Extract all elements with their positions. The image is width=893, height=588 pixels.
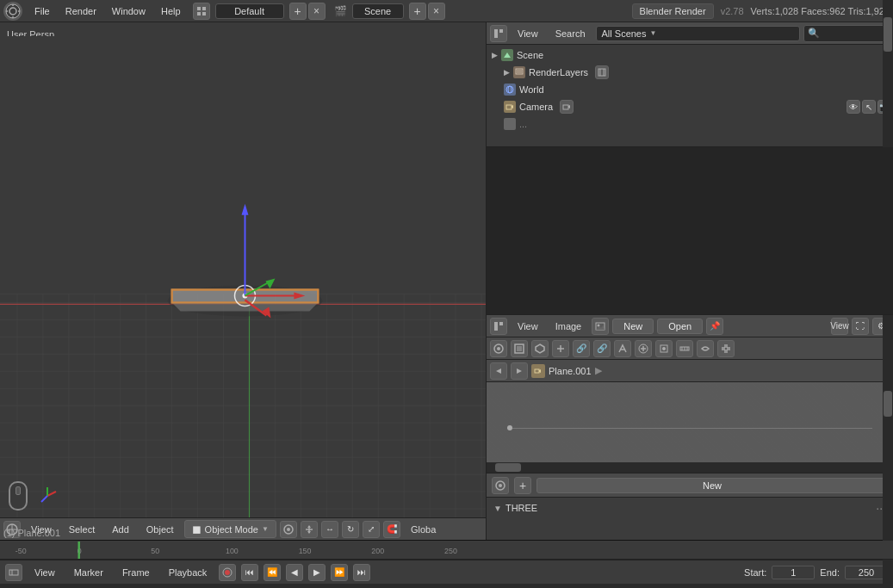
end-frame-input[interactable]: [845, 566, 888, 579]
content-row: User Persp: [0, 22, 893, 540]
transform-icon-scale[interactable]: ⤢: [363, 521, 380, 538]
uv-tool-4[interactable]: [552, 340, 569, 357]
uv-new-button[interactable]: New: [612, 319, 654, 334]
uv-tool-3[interactable]: [531, 340, 549, 357]
uv-tool-7[interactable]: [614, 340, 631, 357]
svg-rect-7: [202, 7, 206, 10]
canvas-line: [507, 428, 873, 429]
transform-icon-rotate[interactable]: ↻: [342, 521, 359, 538]
uv-new-material-button[interactable]: New: [536, 478, 888, 493]
viewport-add-menu[interactable]: Add: [105, 523, 136, 536]
outliner-item-camera[interactable]: Camera 👁 ↖ 📷: [488, 98, 891, 115]
uv-back-icon[interactable]: [490, 362, 507, 380]
viewport-object-menu[interactable]: Object: [140, 523, 181, 536]
mode-selector[interactable]: ◼ Object Mode ▼: [184, 520, 276, 538]
canvas-scrollbar-h-thumb: [495, 463, 521, 472]
outliner-scrollbar[interactable]: [883, 45, 893, 146]
uv-breadcrumb-icon: [531, 364, 545, 378]
outliner-search-menu[interactable]: Search: [549, 27, 592, 40]
uv-panel-icon[interactable]: [490, 318, 507, 335]
menu-help[interactable]: Help: [154, 4, 188, 18]
scene-add-icon[interactable]: +: [409, 3, 426, 20]
timeline-record-icon[interactable]: [219, 564, 236, 581]
timeline-jump-end-icon[interactable]: ⏭: [353, 564, 370, 581]
svg-point-0: [6, 4, 20, 18]
uv-open-button[interactable]: Open: [657, 319, 703, 334]
three-section-header[interactable]: ▼ THREE ···: [487, 498, 893, 518]
uv-image-icon[interactable]: [592, 318, 609, 335]
uv-forward-icon[interactable]: [511, 362, 528, 380]
uv-tool-5[interactable]: 🔗: [573, 340, 590, 357]
pointer-icon[interactable]: ↖: [862, 100, 876, 114]
timeline-playback-menu[interactable]: Playback: [162, 566, 214, 579]
workspace-selector[interactable]: Default: [215, 3, 284, 19]
render-engine-selector[interactable]: Blender Render: [632, 3, 714, 19]
uv-bottom-icon[interactable]: [492, 477, 509, 494]
timeline-panel-icon[interactable]: [5, 564, 22, 581]
svg-rect-81: [506, 105, 512, 109]
workspace-grid-icon[interactable]: [193, 3, 210, 20]
visibility-icon[interactable]: 👁: [846, 100, 860, 114]
timeline-play-reverse-icon[interactable]: ◀: [286, 564, 303, 581]
outliner-item-extra[interactable]: ...: [488, 115, 891, 133]
uv-breadcrumb: Plane.001 ▶: [487, 360, 893, 382]
uv-breadcrumb-path[interactable]: Plane.001 ▶: [531, 364, 602, 378]
outliner-view-menu[interactable]: View: [511, 27, 545, 40]
uv-view-menu[interactable]: View: [511, 319, 545, 333]
timeline-play-icon[interactable]: ▶: [308, 564, 326, 581]
canvas-scrollbar-h[interactable]: [487, 462, 893, 473]
canvas-scrollbar-v[interactable]: [883, 382, 893, 473]
viewport-toolbar: View Select Add Object ◼ Object Mode ▼: [0, 517, 486, 540]
scene-close-icon[interactable]: ×: [428, 3, 445, 20]
uv-tool-2[interactable]: [511, 340, 528, 357]
uv-image-menu[interactable]: Image: [549, 319, 589, 333]
camera-data-icon[interactable]: [560, 100, 574, 114]
outliner-item-renderlayers[interactable]: ▶ RenderLayers: [488, 64, 891, 81]
scene-selector[interactable]: Scene: [352, 3, 404, 19]
app-container: File Render Window Help Default + × 🎬 Sc…: [0, 0, 893, 588]
outliner-item-scene[interactable]: ▶ Scene: [488, 46, 891, 64]
filter-dropdown[interactable]: All Scenes: [602, 28, 647, 39]
svg-text:50: 50: [151, 546, 159, 554]
timeline-view-menu[interactable]: View: [28, 566, 62, 579]
uv-tool-12[interactable]: [717, 340, 735, 357]
svg-text:150: 150: [299, 546, 312, 554]
outliner-item-world[interactable]: World: [488, 81, 891, 98]
renderlayers-settings-icon[interactable]: [595, 65, 609, 79]
menu-file[interactable]: File: [28, 4, 57, 18]
timeline-marker-menu[interactable]: Marker: [67, 566, 110, 579]
viewport-select-menu[interactable]: Select: [62, 523, 102, 536]
timeline-next-frame-icon[interactable]: ⏩: [331, 564, 348, 581]
uv-view-mode-icon[interactable]: View: [831, 318, 848, 335]
workspace-add-icon[interactable]: +: [289, 3, 307, 20]
uv-tool-11[interactable]: [697, 340, 714, 357]
start-frame-input[interactable]: [772, 566, 815, 579]
transform-icon-grab[interactable]: ↔: [321, 521, 338, 538]
svg-point-64: [287, 528, 290, 531]
timeline-jump-start-icon[interactable]: ⏮: [241, 564, 258, 581]
uv-tool-9[interactable]: [655, 340, 673, 357]
global-toggle[interactable]: Globa: [404, 523, 443, 536]
outliner-panel-icon[interactable]: [490, 25, 507, 42]
uv-tool-6[interactable]: 🔗: [593, 340, 611, 357]
timeline-frame-menu[interactable]: Frame: [115, 566, 157, 579]
uv-add-icon[interactable]: +: [514, 477, 531, 494]
blender-logo[interactable]: [3, 2, 22, 21]
transform-icon-1[interactable]: [280, 521, 297, 538]
uv-tool-1[interactable]: [490, 340, 507, 357]
uv-pin-icon[interactable]: 📌: [706, 318, 723, 335]
menu-window[interactable]: Window: [105, 4, 152, 18]
timeline-prev-frame-icon[interactable]: ⏪: [264, 564, 281, 581]
snap-icon[interactable]: 🧲: [383, 521, 400, 538]
outliner-label-scene: Scene: [517, 50, 543, 60]
uv-tool-10[interactable]: [676, 340, 693, 357]
uv-fullscreen-icon[interactable]: ⛶: [852, 318, 869, 335]
menu-render[interactable]: Render: [59, 4, 103, 18]
workspace-close-icon[interactable]: ×: [308, 3, 326, 20]
viewport-3d[interactable]: User Persp: [0, 22, 487, 540]
outliner-header: View Search All Scenes ▼ 🔍: [487, 22, 893, 45]
svg-rect-86: [499, 322, 503, 325]
uv-tool-8[interactable]: [635, 340, 652, 357]
svg-rect-83: [563, 105, 568, 109]
transform-icon-2[interactable]: [301, 521, 318, 538]
